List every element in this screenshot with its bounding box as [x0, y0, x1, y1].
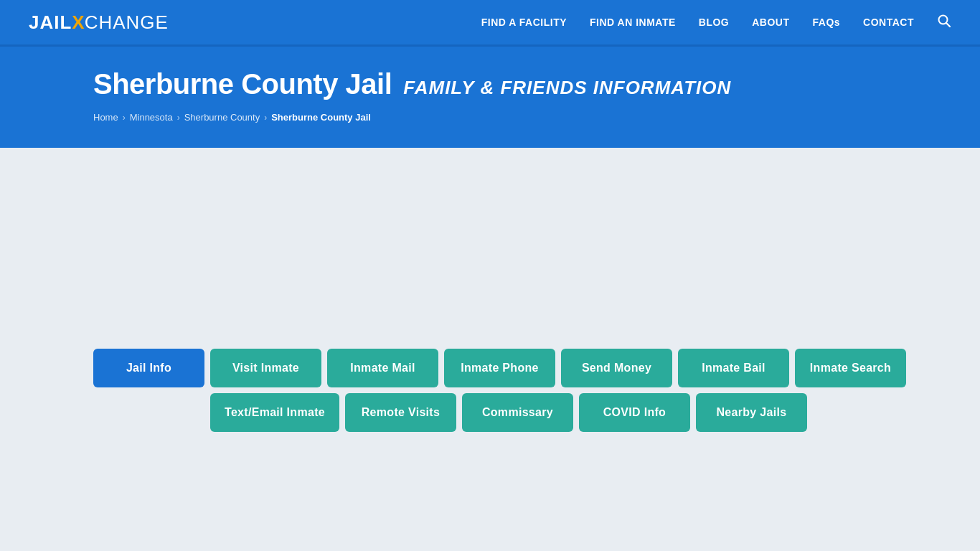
nav-faqs[interactable]: FAQs — [813, 17, 841, 28]
button-row-1: Jail Info Visit Inmate Inmate Mail Inmat… — [93, 349, 887, 387]
button-row-2: Text/Email Inmate Remote Visits Commissa… — [210, 393, 887, 432]
page-title-sub: FAMILY & FRIENDS INFORMATION — [403, 77, 731, 99]
hero-section: Sherburne County Jail FAMILY & FRIENDS I… — [0, 47, 980, 148]
tab-visit-inmate[interactable]: Visit Inmate — [210, 349, 321, 387]
site-logo[interactable]: JAILXCHANGE — [29, 11, 169, 34]
tab-covid-info[interactable]: COVID Info — [579, 393, 690, 432]
breadcrumb-sep-3: › — [264, 113, 267, 123]
main-content: Jail Info Visit Inmate Inmate Mail Inmat… — [0, 148, 980, 481]
tab-text-email-inmate[interactable]: Text/Email Inmate — [210, 393, 339, 432]
nav-about[interactable]: ABOUT — [752, 17, 789, 28]
nav-find-inmate[interactable]: FIND AN INMATE — [590, 17, 676, 28]
breadcrumb-sep-1: › — [123, 113, 126, 123]
tab-button-grid: Jail Info Visit Inmate Inmate Mail Inmat… — [93, 349, 887, 432]
tab-inmate-bail[interactable]: Inmate Bail — [678, 349, 789, 387]
logo-jail-text: JAIL — [29, 11, 72, 34]
nav-contact[interactable]: CONTACT — [863, 17, 914, 28]
site-header: JAILXCHANGE FIND A FACILITY FIND AN INMA… — [0, 0, 980, 47]
tab-inmate-search[interactable]: Inmate Search — [795, 349, 906, 387]
breadcrumb-minnesota[interactable]: Minnesota — [130, 112, 173, 123]
svg-line-1 — [946, 23, 950, 27]
breadcrumb-home[interactable]: Home — [93, 112, 118, 123]
nav-blog[interactable]: BLOG — [699, 17, 729, 28]
tab-remote-visits[interactable]: Remote Visits — [345, 393, 456, 432]
tab-jail-info[interactable]: Jail Info — [93, 349, 204, 387]
breadcrumb-sherburne-county[interactable]: Sherburne County — [184, 112, 260, 123]
logo-x-text: X — [72, 11, 84, 34]
breadcrumb-sep-2: › — [177, 113, 180, 123]
tab-send-money[interactable]: Send Money — [561, 349, 672, 387]
tab-inmate-phone[interactable]: Inmate Phone — [444, 349, 555, 387]
tab-nearby-jails[interactable]: Nearby Jails — [696, 393, 807, 432]
logo-exchange-text: CHANGE — [85, 11, 169, 34]
tab-commissary[interactable]: Commissary — [462, 393, 573, 432]
tab-inmate-mail[interactable]: Inmate Mail — [327, 349, 438, 387]
breadcrumb-current: Sherburne County Jail — [271, 112, 371, 123]
breadcrumb: Home › Minnesota › Sherburne County › Sh… — [93, 112, 887, 123]
page-title-wrapper: Sherburne County Jail FAMILY & FRIENDS I… — [93, 68, 887, 100]
main-nav: FIND A FACILITY FIND AN INMATE BLOG ABOU… — [481, 14, 951, 32]
nav-find-facility[interactable]: FIND A FACILITY — [481, 17, 567, 28]
search-icon[interactable] — [937, 14, 951, 32]
page-title-main: Sherburne County Jail — [93, 68, 392, 100]
